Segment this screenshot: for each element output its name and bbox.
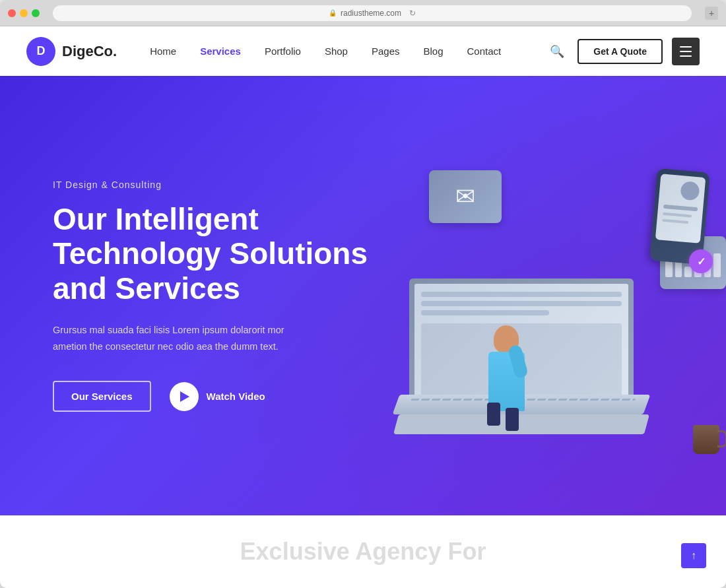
hero-buttons: Our Services Watch Video <box>53 381 396 412</box>
refresh-icon[interactable]: ↻ <box>409 9 416 18</box>
browser-titlebar: 🔒 radiustheme.com ↻ + <box>0 0 726 26</box>
iso-scene: ✉ <box>376 144 726 474</box>
person-leg-right <box>506 408 519 431</box>
hamburger-line-3 <box>680 55 692 57</box>
stat-bar-1 <box>665 261 673 277</box>
nav-pages[interactable]: Pages <box>372 46 400 57</box>
navbar: D DigeCo. Home Services Portfolio Shop P… <box>0 26 726 76</box>
bottom-title: Exclusive Agency For <box>240 538 486 566</box>
logo[interactable]: D DigeCo. <box>26 37 117 66</box>
hamburger-line-1 <box>680 46 692 48</box>
phone-screen <box>655 174 706 244</box>
hero-description: Grursus mal suada faci lisis Lorem ipsum… <box>53 322 310 354</box>
envelope-icon: ✉ <box>455 183 475 211</box>
logo-icon: D <box>26 37 55 66</box>
check-badge: ✓ <box>689 249 713 273</box>
hero-subtitle: IT Design & Consulting <box>53 180 396 190</box>
stat-bar-6 <box>713 253 721 277</box>
website: D DigeCo. Home Services Portfolio Shop P… <box>0 26 726 588</box>
traffic-lights <box>8 9 40 17</box>
hero-section: IT Design & Consulting Our Intelligent T… <box>0 76 726 515</box>
minimize-button[interactable] <box>20 9 28 17</box>
url-text: radiustheme.com <box>341 9 401 18</box>
envelope-card: ✉ <box>429 170 502 223</box>
scroll-top-button[interactable]: ↑ <box>681 543 706 568</box>
hero-title: Our Intelligent Technology Solutions and… <box>53 202 396 307</box>
person-arm <box>508 344 529 379</box>
person-legs <box>487 403 519 431</box>
screen-line-2 <box>421 301 622 306</box>
close-button[interactable] <box>8 9 16 17</box>
watch-video-button[interactable]: Watch Video <box>170 382 265 411</box>
address-bar[interactable]: 🔒 radiustheme.com ↻ <box>53 5 692 21</box>
nav-home[interactable]: Home <box>150 46 176 57</box>
browser-window: 🔒 radiustheme.com ↻ + D DigeCo. Home Ser… <box>0 0 726 588</box>
maximize-button[interactable] <box>32 9 40 17</box>
watch-video-label: Watch Video <box>207 391 265 402</box>
phone-avatar <box>680 181 700 201</box>
chevron-up-icon: ↑ <box>691 550 696 562</box>
menu-button[interactable] <box>672 38 700 65</box>
logo-text: DigeCo. <box>62 43 117 60</box>
play-icon <box>180 391 189 402</box>
nav-contact[interactable]: Contact <box>467 46 502 57</box>
person-figure <box>482 319 535 411</box>
nav-portfolio[interactable]: Portfolio <box>265 46 301 57</box>
laptop-body <box>393 414 649 434</box>
nav-shop[interactable]: Shop <box>325 46 348 57</box>
coffee-cup <box>693 425 719 454</box>
hamburger-line-2 <box>680 51 692 52</box>
nav-actions: 🔍 Get A Quote <box>546 38 700 65</box>
our-services-button[interactable]: Our Services <box>53 381 151 412</box>
get-quote-button[interactable]: Get A Quote <box>578 39 663 64</box>
search-button[interactable]: 🔍 <box>546 40 568 63</box>
nav-services[interactable]: Services <box>200 46 241 57</box>
nav-links: Home Services Portfolio Shop Pages Blog … <box>150 46 546 57</box>
screen-line-3 <box>421 310 549 315</box>
bottom-section: Exclusive Agency For ↑ <box>0 515 726 588</box>
lock-icon: 🔒 <box>329 9 337 16</box>
nav-blog[interactable]: Blog <box>424 46 444 57</box>
person-leg-left <box>487 403 500 426</box>
search-icon: 🔍 <box>550 45 564 58</box>
new-tab-button[interactable]: + <box>705 7 718 20</box>
play-circle <box>170 382 199 411</box>
hero-illustration: ✉ <box>370 89 726 515</box>
hero-content: IT Design & Consulting Our Intelligent T… <box>53 180 396 412</box>
browser-content: D DigeCo. Home Services Portfolio Shop P… <box>0 26 726 588</box>
screen-line-1 <box>421 292 622 297</box>
